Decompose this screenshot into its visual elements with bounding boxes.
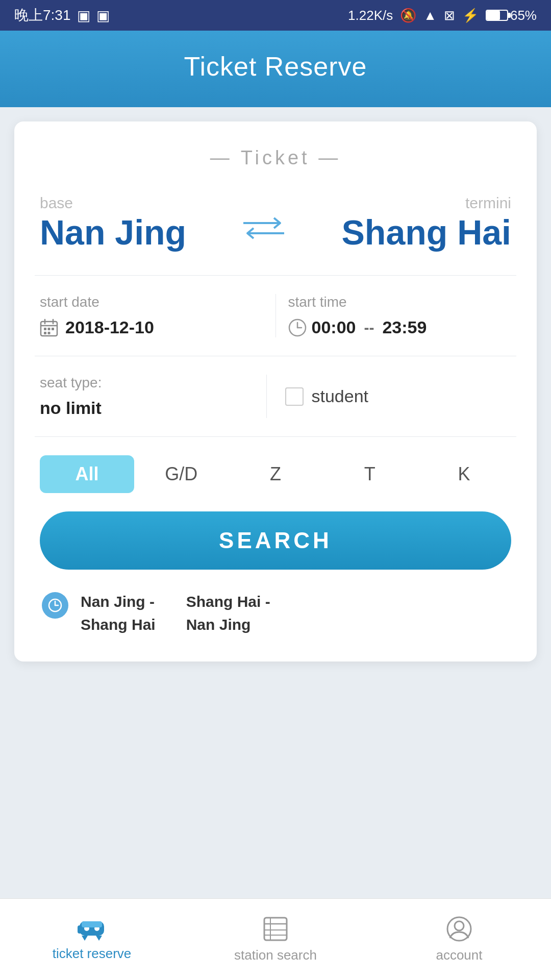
main-content: — Ticket — base Nan Jing termini Shang H… xyxy=(0,107,551,780)
search-button[interactable]: SEARCH xyxy=(40,511,511,570)
divider-2 xyxy=(35,356,516,356)
clock-icon xyxy=(288,318,307,337)
from-station-col: base Nan Jing xyxy=(40,194,186,250)
time-to: 23:59 xyxy=(382,317,427,337)
seat-type-value: no limit xyxy=(40,398,266,418)
station-search-icon xyxy=(262,916,289,942)
start-time-label: start time xyxy=(288,294,512,310)
svg-marker-20 xyxy=(96,936,102,941)
from-city[interactable]: Nan Jing xyxy=(40,215,186,250)
spacer xyxy=(0,780,551,898)
nav-station-search-label: station search xyxy=(234,947,317,963)
signal-icon: ⊠ xyxy=(444,8,455,23)
history-clock-icon xyxy=(48,598,62,612)
svg-rect-6 xyxy=(44,328,46,330)
time-separator: -- xyxy=(364,319,374,336)
app-title: Ticket Reserve xyxy=(0,51,551,82)
swap-icon[interactable] xyxy=(243,215,284,246)
tab-all[interactable]: All xyxy=(40,455,134,493)
train-type-tabs: All G/D Z T K xyxy=(40,455,511,493)
start-date-col[interactable]: start date 2018-12-10 xyxy=(40,294,276,337)
svg-rect-23 xyxy=(82,921,102,927)
svg-rect-24 xyxy=(264,918,287,940)
recent-entry-2[interactable]: Shang Hai -Nan Jing xyxy=(186,590,270,636)
nav-station-search[interactable]: station search xyxy=(184,899,367,980)
recent-searches: Nan Jing -Shang Hai Shang Hai -Nan Jing xyxy=(40,590,511,641)
time-from: 00:00 xyxy=(312,317,356,337)
from-label: base xyxy=(40,194,186,212)
seat-type-label: seat type: xyxy=(40,375,266,391)
wifi-icon: ▲ xyxy=(423,8,437,23)
seat-type-left[interactable]: seat type: no limit xyxy=(40,375,266,418)
svg-rect-8 xyxy=(52,328,54,330)
train-icon xyxy=(78,917,106,941)
nav-ticket-reserve[interactable]: ticket reserve xyxy=(0,899,184,980)
recent-entries-list: Nan Jing -Shang Hai Shang Hai -Nan Jing xyxy=(81,590,270,636)
nav-account-label: account xyxy=(436,947,482,963)
battery-icon-1: ▣ xyxy=(77,7,90,24)
nav-ticket-reserve-label: ticket reserve xyxy=(53,946,132,962)
start-date-text: 2018-12-10 xyxy=(65,317,154,337)
status-right: 1.22K/s 🔕 ▲ ⊠ ⚡ 65% xyxy=(348,8,537,23)
tab-t[interactable]: T xyxy=(322,455,417,493)
svg-rect-7 xyxy=(48,328,51,330)
recent-icon xyxy=(42,592,68,619)
seat-type-row: seat type: no limit student xyxy=(40,375,511,418)
svg-marker-19 xyxy=(82,936,88,941)
status-left: 晚上7:31 ▣ ▣ xyxy=(14,6,110,25)
station-row: base Nan Jing termini Shang Hai xyxy=(40,194,511,250)
status-time: 晚上7:31 xyxy=(14,6,71,25)
network-speed: 1.22K/s xyxy=(348,8,393,23)
start-time-col[interactable]: start time 00:00 -- 23:59 xyxy=(276,294,512,337)
battery-indicator: 65% xyxy=(486,8,537,23)
svg-rect-9 xyxy=(44,332,46,334)
tab-z[interactable]: Z xyxy=(229,455,323,493)
student-checkbox[interactable] xyxy=(285,387,304,406)
battery-percent: 65% xyxy=(510,8,537,23)
to-station-col: termini Shang Hai xyxy=(341,194,511,250)
start-time-value: 00:00 -- 23:59 xyxy=(288,317,512,337)
charging-icon: ⚡ xyxy=(462,8,479,23)
status-bar: 晚上7:31 ▣ ▣ 1.22K/s 🔕 ▲ ⊠ ⚡ 65% xyxy=(0,0,551,31)
divider-1 xyxy=(35,275,516,276)
recent-entry-1[interactable]: Nan Jing -Shang Hai xyxy=(81,590,156,636)
nav-account[interactable]: account xyxy=(367,899,551,980)
svg-rect-10 xyxy=(48,332,51,334)
account-icon xyxy=(446,916,472,942)
tab-gd[interactable]: G/D xyxy=(134,455,229,493)
ticket-card: — Ticket — base Nan Jing termini Shang H… xyxy=(14,121,537,662)
bottom-nav: ticket reserve station search account xyxy=(0,898,551,980)
to-city[interactable]: Shang Hai xyxy=(341,215,511,250)
tab-k[interactable]: K xyxy=(417,455,511,493)
ticket-section-label: — Ticket — xyxy=(40,147,511,169)
start-date-value: 2018-12-10 xyxy=(40,317,263,337)
start-date-label: start date xyxy=(40,294,263,310)
to-label: termini xyxy=(465,194,511,212)
bell-muted-icon: 🔕 xyxy=(400,8,416,23)
svg-point-30 xyxy=(455,921,464,930)
app-header: Ticket Reserve xyxy=(0,31,551,107)
calendar-icon xyxy=(40,318,58,337)
seat-type-right: student xyxy=(267,386,512,406)
divider-3 xyxy=(35,436,516,437)
svg-rect-18 xyxy=(78,925,82,934)
student-label: student xyxy=(312,386,369,406)
date-time-row: start date 2018-12-10 xyxy=(40,294,511,337)
battery-icon-2: ▣ xyxy=(96,7,110,24)
